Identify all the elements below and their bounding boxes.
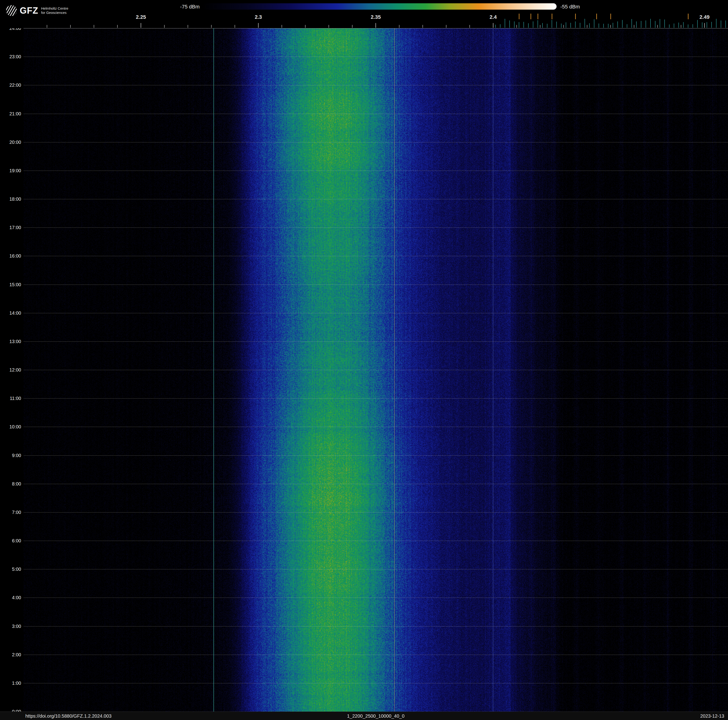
time-label: 2:00: [0, 652, 21, 657]
time-label: 11:00: [0, 396, 21, 401]
time-label: 1:00: [0, 680, 21, 686]
hour-gridline: [23, 683, 728, 683]
channel-tick-teal: [702, 22, 702, 28]
channel-tick-orange: [610, 14, 611, 19]
freq-major-tick: [141, 23, 141, 28]
channel-tick-teal: [570, 23, 571, 28]
channel-tick-teal: [664, 20, 665, 28]
date-label: 2023-12-13: [700, 714, 724, 719]
time-label: 7:00: [0, 510, 21, 515]
channel-tick-teal: [500, 24, 500, 28]
time-label: 12:00: [0, 367, 21, 373]
freq-minor-tick: [352, 25, 352, 28]
freq-minor-tick: [211, 25, 212, 28]
footer-bar: https://doi.org/10.5880/GFZ.1.2.2024.003…: [0, 712, 728, 720]
time-label: 18:00: [0, 196, 21, 202]
channel-tick-teal: [599, 23, 599, 28]
freq-tick-label: 2.4: [489, 14, 497, 20]
channel-tick-teal: [688, 25, 688, 28]
time-label: 5:00: [0, 567, 21, 572]
channel-tick-teal: [655, 21, 655, 28]
channel-tick-teal: [683, 22, 684, 28]
time-label: 3:00: [0, 623, 21, 629]
time-label: 13:00: [0, 339, 21, 344]
freq-minor-tick: [281, 25, 282, 28]
channel-tick-teal: [650, 19, 651, 28]
freq-minor-tick: [634, 25, 634, 28]
hour-gridline: [23, 142, 728, 142]
time-label: 15:00: [0, 282, 21, 287]
channel-tick-teal: [725, 20, 726, 28]
channel-tick-teal: [580, 23, 580, 28]
hour-gridline: [23, 370, 728, 370]
channel-tick-teal: [547, 24, 548, 28]
doi-link[interactable]: https://doi.org/10.5880/GFZ.1.2.2024.003: [25, 714, 112, 719]
channel-tick-teal: [645, 20, 646, 28]
dataset-id-label: 1_2200_2500_10000_40_0: [347, 714, 405, 719]
freq-minor-tick: [657, 25, 658, 28]
channel-tick-teal: [622, 20, 622, 28]
channel-tick-teal: [495, 25, 496, 28]
channel-tick-teal: [707, 22, 707, 28]
channel-tick-teal: [669, 25, 670, 28]
channel-tick-teal: [617, 21, 618, 28]
channel-tick-teal: [641, 21, 641, 28]
channel-tick-teal: [552, 20, 552, 28]
colorbar-max-label: -55 dBm: [560, 4, 580, 10]
channel-tick-teal: [575, 21, 576, 28]
channel-tick-teal: [533, 21, 533, 28]
channel-tick-teal: [542, 23, 543, 28]
channel-tick-teal: [519, 22, 519, 28]
channel-tick-teal: [627, 24, 627, 28]
hour-gridline: [23, 427, 728, 427]
freq-minor-tick: [329, 25, 329, 28]
channel-tick-teal: [693, 24, 693, 28]
channel-tick-orange: [531, 14, 531, 19]
channel-tick-teal: [561, 23, 561, 28]
freq-major-tick: [493, 23, 493, 28]
freq-minor-tick: [540, 25, 540, 28]
time-label: 4:00: [0, 595, 21, 601]
colorbar-gradient: [202, 3, 557, 10]
channel-tick-orange: [575, 14, 576, 19]
freq-minor-tick: [422, 25, 423, 28]
freq-minor-tick: [117, 25, 118, 28]
freq-minor-tick: [563, 25, 564, 28]
channel-tick-teal: [584, 19, 585, 28]
time-label: 10:00: [0, 424, 21, 430]
hour-gridline: [23, 199, 728, 199]
channel-tick-orange: [596, 14, 597, 19]
hour-gridline: [23, 512, 728, 513]
freq-tick-label: 2.35: [371, 14, 381, 20]
hour-gridline: [23, 285, 728, 285]
freq-minor-tick: [305, 25, 306, 28]
freq-minor-tick: [446, 25, 447, 28]
freq-minor-tick: [681, 25, 681, 28]
channel-tick-orange: [538, 14, 538, 19]
channel-tick-orange: [552, 14, 552, 19]
freq-minor-tick: [47, 25, 47, 28]
channel-tick-teal: [660, 19, 660, 28]
channel-tick-teal: [566, 22, 566, 28]
channel-tick-teal: [589, 23, 590, 28]
channel-tick-teal: [556, 21, 557, 28]
time-label: 20:00: [0, 139, 21, 145]
freq-minor-tick: [70, 25, 71, 28]
channel-tick-teal: [711, 22, 712, 28]
freq-tick-label: 2.25: [136, 14, 146, 20]
time-label: 8:00: [0, 481, 21, 487]
freq-marker-line: [394, 28, 395, 712]
freq-tick-label: 2.3: [255, 14, 262, 20]
channel-tick-orange: [688, 14, 688, 19]
time-label: 6:00: [0, 538, 21, 544]
colorbar-legend: -75 dBm -55 dBm: [0, 0, 728, 13]
channel-tick-teal: [721, 20, 721, 28]
hour-gridline: [23, 57, 728, 57]
channel-tick-teal: [613, 23, 613, 28]
channel-tick-teal: [632, 19, 632, 28]
freq-minor-tick: [188, 25, 188, 28]
hour-gridline: [23, 455, 728, 456]
channel-tick-teal: [528, 23, 529, 28]
hour-gridline: [23, 313, 728, 313]
colorbar-min-label: -75 dBm: [164, 4, 200, 10]
